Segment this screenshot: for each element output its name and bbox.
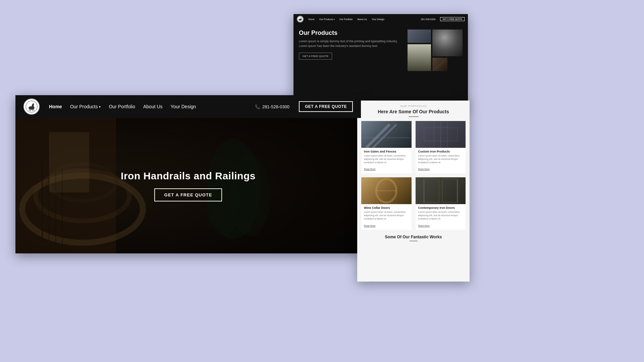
svg-point-21 bbox=[299, 19, 302, 20]
product-card-title-2: Custom Iron Products bbox=[418, 150, 463, 153]
nav-about[interactable]: About Us bbox=[143, 104, 163, 109]
nav-products[interactable]: Our Products bbox=[70, 104, 101, 109]
phone-icon: 📞 bbox=[255, 104, 260, 109]
mini-phone: 281-528-0300 bbox=[421, 18, 436, 20]
product-card-img-3 bbox=[361, 177, 412, 204]
product-card-body-2: Custom Iron Products Lorem ipsum dolor s… bbox=[416, 148, 466, 173]
hero-title: Iron Handrails and Railings bbox=[121, 170, 256, 182]
product-img-2 bbox=[432, 29, 463, 56]
product-img-3 bbox=[408, 44, 431, 71]
back-window-bottom: OUR PORTFOLIO Here Are Some Of Our Produ… bbox=[357, 101, 470, 282]
hero-cta-button[interactable]: GET A FREE QUOTE bbox=[154, 188, 222, 201]
products-cta-button[interactable]: GET A FREE QUOTE bbox=[299, 53, 332, 60]
products-images bbox=[408, 29, 463, 84]
product-card-img-1 bbox=[361, 121, 412, 148]
nav-home[interactable]: Home bbox=[49, 104, 62, 109]
product-card-desc-2: Lorem ipsum dolor sit amet, consectetur … bbox=[418, 154, 463, 164]
product-card-1: Iron Gates and Fences Lorem ipsum dolor … bbox=[361, 121, 412, 173]
mini-navbar: Home Our Products Our Portfolio About Us… bbox=[293, 14, 468, 24]
svg-point-15 bbox=[33, 104, 34, 105]
product-card-4: Contemporary Iron Doors Lorem ipsum dolo… bbox=[416, 177, 466, 230]
fantastic-works-title: Some Of Our Fantastic Works bbox=[357, 235, 470, 239]
svg-line-24 bbox=[436, 61, 446, 70]
fantastic-works-section: Some Of Our Fantastic Works bbox=[357, 230, 470, 243]
products-title: Our Products bbox=[299, 29, 402, 37]
product-card-link-4[interactable]: Read More bbox=[418, 225, 430, 227]
section-divider bbox=[409, 116, 419, 117]
hero-section: Iron Handrails and Railings GET A FREE Q… bbox=[15, 118, 361, 253]
product-card-body-1: Iron Gates and Fences Lorem ipsum dolor … bbox=[361, 148, 412, 173]
mini-nav-home[interactable]: Home bbox=[308, 18, 315, 20]
main-window: Home Our Products Our Portfolio About Us… bbox=[15, 95, 361, 253]
product-card-title-1: Iron Gates and Fences bbox=[364, 150, 409, 153]
product-card-link-2[interactable]: Read More bbox=[418, 168, 430, 170]
mini-logo[interactable] bbox=[297, 16, 304, 22]
products-grid: Iron Gates and Fences Lorem ipsum dolor … bbox=[357, 121, 470, 230]
product-card-img-2 bbox=[416, 121, 466, 148]
svg-point-22 bbox=[301, 18, 302, 19]
nav-links: Home Our Products Our Portfolio About Us… bbox=[49, 104, 246, 109]
product-card-title-4: Contemporary Iron Doors bbox=[418, 206, 463, 209]
product-card-body-3: Wine Cellar Doors Lorem ipsum dolor sit … bbox=[361, 204, 412, 230]
product-card-3: Wine Cellar Doors Lorem ipsum dolor sit … bbox=[361, 177, 412, 230]
product-card-desc-1: Lorem ipsum dolor sit amet, consectetur … bbox=[364, 154, 409, 164]
product-img-1 bbox=[408, 29, 431, 43]
products-section: Our Products Lorem ipsum is simply dummy… bbox=[293, 24, 468, 105]
product-card-link-3[interactable]: Read More bbox=[364, 225, 376, 227]
logo[interactable] bbox=[23, 99, 40, 115]
mini-cta-button[interactable]: GET A FREE QUOTE bbox=[440, 17, 465, 21]
mini-nav-design[interactable]: Your Design bbox=[372, 18, 384, 20]
product-card-body-4: Contemporary Iron Doors Lorem ipsum dolo… bbox=[416, 204, 466, 230]
svg-line-25 bbox=[366, 124, 390, 148]
fantastic-works-divider bbox=[410, 241, 418, 241]
svg-line-23 bbox=[434, 59, 446, 69]
mini-nav-products[interactable]: Our Products bbox=[319, 18, 335, 20]
product-card-2: Custom Iron Products Lorem ipsum dolor s… bbox=[416, 121, 466, 173]
mini-nav-portfolio[interactable]: Our Portfolio bbox=[339, 18, 353, 20]
product-img-4 bbox=[432, 58, 447, 71]
section-title: Here Are Some Of Our Products bbox=[357, 109, 470, 114]
svg-rect-34 bbox=[424, 179, 439, 202]
svg-rect-35 bbox=[442, 179, 457, 202]
products-desc: Lorem ipsum is simply dummy text of the … bbox=[299, 39, 402, 48]
mini-nav-about[interactable]: About Us bbox=[357, 18, 367, 20]
get-quote-button-nav[interactable]: GET A FREE QUOTE bbox=[299, 101, 353, 112]
product-card-desc-3: Lorem ipsum dolor sit amet, consectetur … bbox=[364, 210, 409, 220]
product-card-desc-4: Lorem ipsum dolor sit amet, consectetur … bbox=[418, 210, 463, 220]
phone-number[interactable]: 📞 281-528-0300 bbox=[255, 104, 289, 109]
navbar: Home Our Products Our Portfolio About Us… bbox=[15, 95, 361, 118]
nav-portfolio[interactable]: Our Portfolio bbox=[109, 104, 135, 109]
product-card-title-3: Wine Cellar Doors bbox=[364, 206, 409, 209]
products-text: Our Products Lorem ipsum is simply dummy… bbox=[299, 29, 402, 99]
back-window-top: Home Our Products Our Portfolio About Us… bbox=[293, 14, 468, 108]
section-label: OUR PORTFOLIO bbox=[357, 101, 470, 108]
nav-design[interactable]: Your Design bbox=[171, 104, 196, 109]
product-card-link-1[interactable]: Read More bbox=[364, 168, 376, 170]
product-card-img-4 bbox=[416, 177, 466, 204]
